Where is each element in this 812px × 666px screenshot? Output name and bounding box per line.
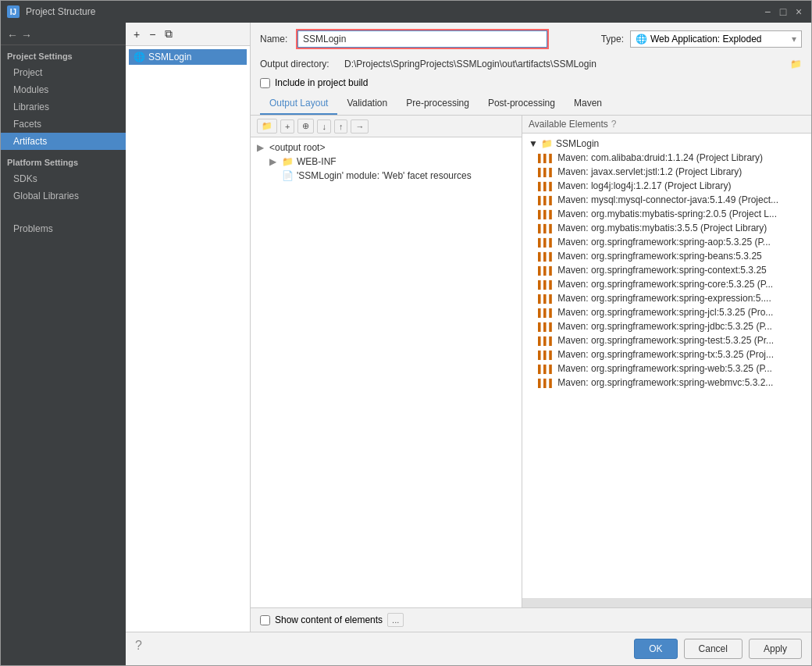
show-content-checkbox[interactable]: [260, 615, 270, 625]
close-button[interactable]: ×: [792, 5, 805, 18]
right-tree-item-8[interactable]: ▌▌▌ Maven: org.springframework:spring-co…: [525, 263, 808, 277]
maven-icon-6: ▌▌▌: [538, 238, 554, 247]
folder-icon-webinf: 📁: [282, 156, 294, 167]
name-input[interactable]: [297, 30, 547, 48]
right-panel-scrollbar[interactable]: [522, 598, 811, 607]
toolbar-plus-btn[interactable]: ⊕: [297, 119, 314, 134]
apply-button[interactable]: Apply: [749, 639, 802, 659]
toolbar-add-btn[interactable]: +: [280, 119, 294, 134]
right-tree-area: ▼ 📁 SSMLogin ▌▌▌ Maven: com.alibaba:drui…: [522, 134, 811, 598]
right-tree-item-4[interactable]: ▌▌▌ Maven: org.mybatis:mybatis-spring:2.…: [525, 207, 808, 221]
artifact-list-item[interactable]: 🌐 SSMLogin: [129, 49, 247, 65]
right-tree-item-13[interactable]: ▌▌▌ Maven: org.springframework:spring-te…: [525, 333, 808, 347]
toolbar-folder-btn[interactable]: 📁: [257, 119, 277, 134]
tree-item-webinf[interactable]: ▶ 📁 WEB-INF: [254, 155, 518, 169]
add-artifact-button[interactable]: +: [130, 27, 143, 42]
maven-item-label-9: Maven: org.springframework:spring-core:5…: [557, 279, 773, 290]
output-dir-label: Output directory:: [260, 59, 338, 69]
type-select-wrapper[interactable]: 🌐 Web Application: Exploded ▾: [630, 30, 802, 48]
maven-item-label-15: Maven: org.springframework:spring-web:5.…: [557, 363, 772, 374]
right-tree-item-10[interactable]: ▌▌▌ Maven: org.springframework:spring-ex…: [525, 291, 808, 305]
minimize-button[interactable]: −: [761, 5, 774, 18]
maven-item-label-7: Maven: org.springframework:spring-beans:…: [557, 251, 761, 262]
tab-preprocessing[interactable]: Pre-processing: [397, 93, 479, 115]
right-tree-item-15[interactable]: ▌▌▌ Maven: org.springframework:spring-we…: [525, 361, 808, 376]
nav-toolbar: ← →: [1, 26, 126, 45]
help-question-icon[interactable]: ?: [135, 639, 142, 659]
output-dir-browse-icon[interactable]: 📁: [790, 59, 802, 69]
maven-icon-13: ▌▌▌: [538, 337, 554, 345]
maven-item-label-6: Maven: org.springframework:spring-aop:5.…: [557, 237, 771, 248]
sidebar-item-sdks[interactable]: SDKs: [1, 170, 126, 187]
right-tree-root[interactable]: ▼ 📁 SSMLogin: [525, 137, 808, 151]
type-value: Web Application: Exploded: [650, 34, 792, 45]
right-tree-item-3[interactable]: ▌▌▌ Maven: mysql:mysql-connector-java:5.…: [525, 193, 808, 207]
sidebar-item-global-libraries[interactable]: Global Libraries: [1, 187, 126, 205]
expand-icon: ▶: [257, 142, 266, 153]
dialog-title: Project Structure: [26, 6, 755, 17]
maven-item-label-11: Maven: org.springframework:spring-jcl:5.…: [557, 307, 773, 318]
cancel-button[interactable]: Cancel: [684, 639, 743, 659]
right-tree-item-6[interactable]: ▌▌▌ Maven: org.springframework:spring-ao…: [525, 235, 808, 249]
tab-output-layout[interactable]: Output Layout: [260, 93, 337, 115]
right-tree-item-0[interactable]: ▌▌▌ Maven: com.alibaba:druid:1.1.24 (Pro…: [525, 151, 808, 165]
maven-item-label-12: Maven: org.springframework:spring-jdbc:5…: [557, 321, 772, 332]
left-tree-area: ▶ <output root> ▶ 📁 WEB-INF 📄: [251, 137, 522, 607]
sidebar-item-facets[interactable]: Facets: [1, 116, 126, 133]
toolbar-up-btn[interactable]: ↑: [334, 119, 348, 134]
toolbar-down-btn[interactable]: ↓: [317, 119, 331, 134]
right-tree-item-1[interactable]: ▌▌▌ Maven: javax.servlet:jstl:1.2 (Proje…: [525, 165, 808, 179]
right-tree-item-2[interactable]: ▌▌▌ Maven: log4j:log4j:1.2.17 (Project L…: [525, 179, 808, 193]
maven-icon-3: ▌▌▌: [538, 196, 554, 205]
sidebar-item-project[interactable]: Project: [1, 64, 126, 81]
type-globe-icon: 🌐: [636, 34, 647, 45]
maven-item-label-14: Maven: org.springframework:spring-tx:5.3…: [557, 349, 774, 360]
remove-artifact-button[interactable]: −: [146, 27, 158, 42]
right-tree-item-5[interactable]: ▌▌▌ Maven: org.mybatis:mybatis:3.5.5 (Pr…: [525, 221, 808, 235]
module-label: 'SSMLogin' module: 'Web' facet resources: [297, 170, 472, 181]
right-tree-item-12[interactable]: ▌▌▌ Maven: org.springframework:spring-jd…: [525, 319, 808, 333]
tree-item-output-root[interactable]: ▶ <output root>: [254, 141, 518, 155]
maven-icon-1: ▌▌▌: [538, 168, 554, 176]
artifact-detail-panel: Name: Type: 🌐 Web Application: Exploded …: [251, 23, 811, 632]
forward-button[interactable]: →: [21, 29, 32, 41]
sidebar-item-libraries[interactable]: Libraries: [1, 98, 126, 116]
sidebar-item-artifacts[interactable]: Artifacts: [1, 133, 126, 150]
include-checkbox[interactable]: [260, 78, 270, 88]
right-tree-item-14[interactable]: ▌▌▌ Maven: org.springframework:spring-tx…: [525, 347, 808, 361]
sidebar-item-modules[interactable]: Modules: [1, 81, 126, 98]
maven-item-label-0: Maven: com.alibaba:druid:1.1.24 (Project…: [557, 152, 763, 163]
maven-icon-5: ▌▌▌: [538, 224, 554, 233]
right-tree-item-11[interactable]: ▌▌▌ Maven: org.springframework:spring-jc…: [525, 305, 808, 319]
output-root-label: <output root>: [269, 142, 325, 153]
more-button[interactable]: ...: [387, 613, 404, 627]
maven-icon-15: ▌▌▌: [538, 365, 554, 373]
ok-button[interactable]: OK: [634, 639, 677, 659]
tab-postprocessing[interactable]: Post-processing: [479, 93, 564, 115]
tab-maven[interactable]: Maven: [564, 93, 611, 115]
tab-validation[interactable]: Validation: [337, 93, 397, 115]
sidebar-item-problems[interactable]: Problems: [1, 220, 126, 237]
maven-item-label-2: Maven: log4j:log4j:1.2.17 (Project Libra…: [557, 180, 731, 191]
type-dropdown-icon: ▾: [792, 34, 796, 45]
maven-icon-12: ▌▌▌: [538, 322, 554, 331]
tree-item-ssmlogin-module[interactable]: 📄 'SSMLogin' module: 'Web' facet resourc…: [254, 169, 518, 183]
name-row: Name: Type: 🌐 Web Application: Exploded …: [251, 23, 811, 55]
output-dir-value: D:\Projects\SpringProjects\SSMLogin\out\…: [344, 59, 784, 69]
maven-item-label-1: Maven: javax.servlet:jstl:1.2 (Project L…: [557, 166, 742, 177]
help-icon: ?: [611, 119, 617, 130]
right-tree-item-9[interactable]: ▌▌▌ Maven: org.springframework:spring-co…: [525, 277, 808, 291]
artifact-icon: 🌐: [134, 52, 145, 62]
left-panel-toolbar: 📁 + ⊕ ↓ ↑ →: [251, 116, 522, 137]
left-tree-panel: 📁 + ⊕ ↓ ↑ → ▶ <output root>: [251, 116, 522, 607]
toolbar-right-btn[interactable]: →: [351, 119, 369, 134]
sidebar: ← → Project Settings Project Modules Lib…: [1, 23, 126, 665]
copy-artifact-button[interactable]: ⧉: [162, 26, 176, 42]
name-label: Name:: [260, 34, 291, 45]
right-tree-item-7[interactable]: ▌▌▌ Maven: org.springframework:spring-be…: [525, 249, 808, 263]
maximize-button[interactable]: □: [777, 5, 789, 18]
back-button[interactable]: ←: [7, 29, 18, 41]
maven-item-label-13: Maven: org.springframework:spring-test:5…: [557, 335, 774, 346]
right-tree-item-16[interactable]: ▌▌▌ Maven: org.springframework:spring-we…: [525, 376, 808, 390]
platform-settings-section: Platform Settings: [1, 150, 126, 170]
